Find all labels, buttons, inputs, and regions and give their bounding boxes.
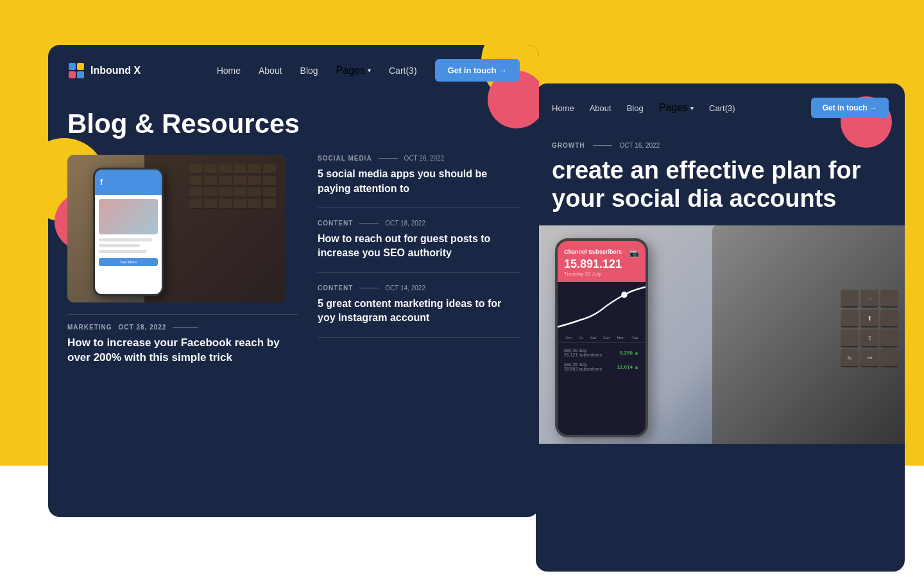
featured-image: f See More [67,155,286,302]
back-nav-about[interactable]: About [590,103,612,113]
nav-about[interactable]: About [259,66,282,76]
front-nav-links: Home About Blog Pages ▾ Cart(3) [217,65,417,76]
key-16 [234,188,246,197]
day-sat: Sat [590,336,596,340]
day-sun: Sun [603,336,610,340]
nav-pages-chevron-icon: ▾ [368,67,371,74]
key-ctrl: ctrl [860,349,878,367]
back-navbar: Home About Blog Pages ▾ Cart(3) Get in t… [536,83,905,132]
stat-1-value: 5.258 ▲ [620,350,639,356]
svg-rect-2 [77,63,84,70]
back-phone-header: Channel Subscribers 📷 15.891.121 Tuesday… [558,241,646,282]
cta-button[interactable]: Get in touch → [435,59,520,82]
article-meta-row-3: CONTENT OCT 14, 2022 [318,285,520,292]
back-phone-screen: Channel Subscribers 📷 15.891.121 Tuesday… [558,241,646,435]
key-19 [189,199,202,209]
phone-text-2 [99,244,140,247]
phone-text-3 [99,250,146,253]
svg-rect-1 [69,63,76,70]
featured-article-tag: MARKETING OCT 28, 2022 [67,324,298,331]
logo-text: Inbound X [90,65,141,76]
article-date-3: OCT 14, 2022 [385,285,425,292]
stat-1-label: day 30 July [564,348,602,353]
key-22 [234,199,246,209]
key-15 [219,188,232,197]
back-nav-links: Home About Blog Pages ▾ Cart(3) [552,102,735,114]
key-empty-7 [880,349,898,367]
svg-point-0 [621,292,627,298]
key-empty-2 [880,290,898,308]
key-7 [189,176,202,186]
stat-2-sublabel: 35.663 subscribers [564,367,602,371]
back-phone-mockup: Channel Subscribers 📷 15.891.121 Tuesday… [555,238,648,437]
day-thu: Thu [565,336,572,340]
key-20 [204,199,217,209]
nav-blog[interactable]: Blog [300,66,318,76]
back-cta-button[interactable]: Get in touch → [811,98,889,118]
hero-title: Blog & Resources [67,109,520,139]
back-hero: GROWTH OCT 16, 2022 create an effective … [536,132,905,213]
key-empty-6 [880,329,898,347]
camera-icon: 📷 [629,249,639,258]
phone-img-placeholder [99,199,158,234]
key-1 [189,164,202,174]
article-title-2: How to reach out for guest posts to incr… [318,232,520,261]
back-nav-home[interactable]: Home [552,103,574,113]
back-nav-blog[interactable]: Blog [627,103,644,113]
back-nav-cart[interactable]: Cart(3) [709,103,735,113]
back-nav-pages[interactable]: Pages ▾ [659,102,694,114]
card-back: Home About Blog Pages ▾ Cart(3) Get in t… [536,83,905,572]
back-article-date: OCT 16, 2022 [620,142,660,149]
front-navbar: Inbound X Home About Blog Pages ▾ Cart(3… [48,45,539,96]
front-image-block: f See More MARKETING OCT 28, 2022 [67,155,298,365]
facebook-logo: f [100,178,103,187]
stat-1-sublabel: 91.121 subscribers [564,353,602,357]
arrow-keys: → ⬆ ⇧ fn ctrl [841,290,898,367]
key-empty-5 [841,329,859,347]
article-dash-2 [359,223,379,223]
key-4 [234,164,246,174]
article-item-3: CONTENT OCT 14, 2022 5 great content mar… [318,273,520,338]
key-9 [219,176,232,186]
back-category-row: GROWTH OCT 16, 2022 [552,142,889,149]
article-meta-row-1: SOCIAL MEDIA OCT 26, 2022 [318,155,520,162]
featured-article-date: OCT 28, 2022 [119,324,167,331]
back-phone-date: Tuesday 30 July [564,271,639,277]
key-17 [248,188,261,197]
phone-action-btn: See More [99,258,158,266]
key-24 [263,199,276,209]
key-13 [189,188,202,197]
nav-home[interactable]: Home [217,66,241,76]
article-item-1: SOCIAL MEDIA OCT 26, 2022 5 social media… [318,155,520,208]
phone-content: See More [95,195,162,294]
featured-article-meta: MARKETING OCT 28, 2022 How to increase y… [67,314,298,365]
stat-row-2: day 29 July 35.663 subscribers 11.014 ▲ [564,362,639,371]
pages-chevron-icon: ▾ [690,105,694,112]
key-6 [263,164,276,174]
back-phone-stats: day 30 July 91.121 subscribers 5.258 ▲ d… [558,342,646,381]
key-23 [248,199,261,209]
article-tag-1: SOCIAL MEDIA [318,155,372,162]
key-18 [263,188,276,197]
key-2 [204,164,217,174]
nav-cart[interactable]: Cart(3) [389,66,417,76]
front-logo: Inbound X [67,62,141,80]
phone-mockup: f See More [93,168,164,296]
key-shift: ⇧ [860,329,878,347]
key-empty-3 [841,310,859,328]
article-meta-row-2: CONTENT OCT 18, 2022 [318,220,520,227]
front-content: f See More MARKETING OCT 28, 2022 [48,155,539,365]
back-laptop-image: → ⬆ ⇧ fn ctrl [712,225,905,444]
logo-icon [67,62,85,80]
key-8 [204,176,217,186]
key-3 [219,164,232,174]
nav-pages[interactable]: Pages ▾ [336,65,371,76]
article-tag-2: CONTENT [318,220,353,227]
key-arrow-right: → [860,290,878,308]
front-articles-list: SOCIAL MEDIA OCT 26, 2022 5 social media… [298,155,520,365]
card-front: Inbound X Home About Blog Pages ▾ Cart(3… [48,45,539,517]
day-fri: Fri [579,336,583,340]
svg-rect-3 [69,71,76,78]
day-tue: Tue [631,336,638,340]
key-fn: fn [841,349,859,367]
